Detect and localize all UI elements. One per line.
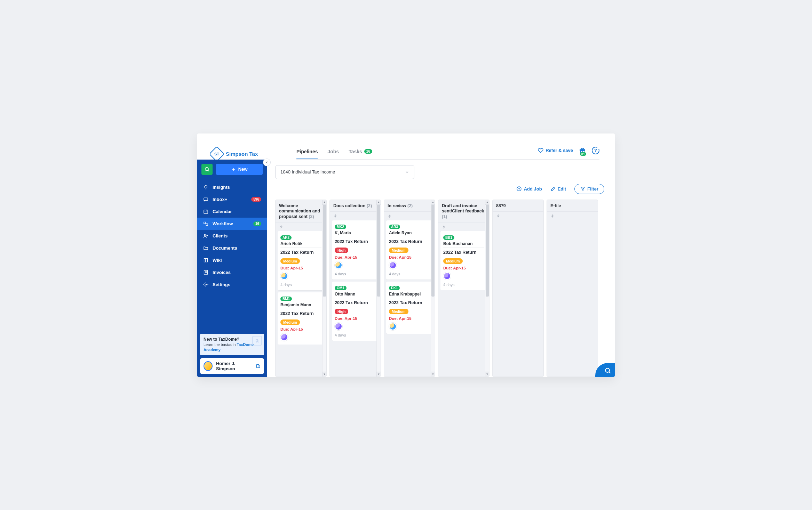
new-button[interactable]: New — [216, 164, 263, 175]
message-icon — [203, 197, 208, 202]
scroll-up[interactable]: ▲ — [485, 200, 489, 205]
brand-name: Simpson Tax — [226, 151, 258, 157]
nav-documents[interactable]: Documents — [197, 242, 267, 254]
priority-badge: High — [335, 309, 348, 314]
assignee-avatar — [389, 261, 397, 269]
card-age: 4 days — [335, 272, 376, 276]
automation-icon[interactable] — [493, 214, 543, 220]
tasks-count-badge: 16 — [364, 149, 372, 154]
nav-settings[interactable]: Settings — [197, 278, 267, 291]
scroll-down[interactable]: ▼ — [376, 372, 381, 377]
card-age: 4 days — [280, 283, 321, 287]
lightbulb-icon — [203, 185, 208, 190]
priority-badge: Medium — [389, 309, 408, 314]
card-age: 4 days — [335, 333, 376, 337]
job-card[interactable]: OM1Otto Mann2022 Tax ReturnHighDue: Apr-… — [332, 282, 379, 341]
svg-point-27 — [605, 368, 610, 372]
scroll-down[interactable]: ▼ — [322, 372, 326, 377]
scroll-down[interactable]: ▼ — [485, 372, 489, 377]
assignee-avatar — [280, 333, 288, 341]
svg-point-3 — [205, 167, 208, 170]
client-tag: AR2 — [280, 235, 292, 240]
scroll-down[interactable]: ▼ — [431, 372, 435, 377]
job-card[interactable]: BM1Benjamin Mann2022 Tax ReturnMediumDue… — [278, 292, 324, 345]
svg-point-21 — [205, 284, 206, 285]
due-date: Due: Apr-15 — [280, 327, 321, 331]
client-tag: MK2 — [335, 225, 346, 229]
nav-inbox[interactable]: Inbox+ 596 — [197, 193, 267, 205]
avatar — [204, 361, 213, 371]
search-icon — [604, 367, 611, 374]
client-name: Adele Ryan — [389, 230, 430, 235]
due-date: Due: Apr-15 — [389, 255, 430, 259]
chevron-left-icon — [265, 161, 269, 164]
column-header: Docs collection (2) — [330, 200, 381, 212]
priority-badge: Medium — [280, 258, 300, 264]
workflow-badge: 16 — [253, 221, 261, 226]
filter-icon — [580, 186, 585, 191]
nav-insights[interactable]: Insights — [197, 181, 267, 193]
help-icon[interactable]: ? — [592, 147, 599, 154]
plus-circle-icon — [516, 186, 522, 192]
add-job-button[interactable]: Add Job — [516, 186, 542, 192]
pipeline-select[interactable]: 1040 Individual Tax Income — [275, 165, 414, 179]
kanban-column: In review (2)▲▼AR3Adele Ryan2022 Tax Ret… — [384, 200, 435, 377]
assignee-avatar — [335, 323, 342, 330]
tab-tasks[interactable]: Tasks 16 — [349, 149, 372, 160]
assignee-avatar — [280, 272, 288, 280]
rewards-icon[interactable]: 81 — [579, 147, 586, 154]
calendar-icon — [203, 209, 208, 214]
collapse-sidebar-button[interactable] — [263, 159, 270, 166]
svg-marker-26 — [581, 187, 585, 190]
client-name: K, Maria — [335, 230, 376, 235]
automation-icon[interactable] — [438, 225, 489, 231]
nav-calendar[interactable]: Calendar — [197, 205, 267, 218]
heart-icon — [538, 148, 543, 153]
tab-jobs[interactable]: Jobs — [327, 149, 339, 160]
column-header: E-file — [547, 200, 598, 212]
scroll-up[interactable]: ▲ — [431, 200, 435, 205]
job-title: 2022 Tax Return — [335, 239, 376, 244]
svg-rect-15 — [206, 224, 208, 225]
search-icon — [204, 167, 210, 172]
client-tag: BB1 — [443, 235, 454, 240]
job-card[interactable]: BB1Bob Buchanan2022 Tax ReturnMediumDue:… — [440, 231, 487, 290]
kanban-column: Draft and invoice sent/Client feedback (… — [438, 200, 489, 377]
due-date: Due: Apr-15 — [335, 316, 376, 321]
nav-clients[interactable]: Clients — [197, 230, 267, 242]
client-name: Otto Mann — [335, 292, 376, 297]
job-title: 2022 Tax Return — [280, 250, 321, 255]
tab-pipelines[interactable]: Pipelines — [296, 149, 318, 160]
svg-rect-22 — [256, 364, 259, 367]
job-title: 2022 Tax Return — [335, 300, 376, 305]
inbox-badge: 596 — [251, 197, 261, 202]
kanban-column: Welcome communication and proposal sent … — [275, 200, 327, 377]
client-name: Arieh Retik — [280, 241, 321, 246]
tabs: Pipelines Jobs Tasks 16 — [296, 149, 372, 160]
client-name: Edna Krabappel — [389, 292, 430, 297]
job-card[interactable]: EK1Edna Krabappel2022 Tax ReturnMediumDu… — [386, 282, 433, 334]
automation-icon[interactable] — [547, 214, 598, 220]
user-card[interactable]: Homer J. Simpson — [200, 358, 264, 374]
folder-icon — [203, 245, 208, 251]
automation-icon[interactable] — [384, 214, 435, 220]
nav-wiki[interactable]: Wiki — [197, 254, 267, 266]
academy-logo-icon: a — [252, 336, 262, 346]
nav-invoices[interactable]: Invoices — [197, 266, 267, 278]
edit-button[interactable]: Edit — [550, 186, 566, 192]
job-card[interactable]: AR2Arieh Retik2022 Tax ReturnMediumDue: … — [278, 231, 324, 290]
priority-badge: Medium — [389, 248, 408, 253]
search-button[interactable] — [201, 164, 213, 175]
academy-promo[interactable]: New to TaxDome? Learn the basics in TaxD… — [200, 334, 264, 355]
gear-icon — [203, 282, 208, 287]
scroll-up[interactable]: ▲ — [322, 200, 326, 205]
filter-button[interactable]: Filter — [574, 184, 604, 194]
refer-and-save[interactable]: Refer & save — [538, 148, 573, 153]
nav-workflow[interactable]: Workflow 16 — [197, 218, 267, 230]
scroll-up[interactable]: ▲ — [376, 200, 381, 205]
automation-icon[interactable] — [330, 214, 381, 220]
automation-icon[interactable] — [276, 225, 326, 231]
job-card[interactable]: AR3Adele Ryan2022 Tax ReturnMediumDue: A… — [386, 220, 433, 280]
due-date: Due: Apr-15 — [335, 255, 376, 259]
job-card[interactable]: MK2K, Maria2022 Tax ReturnHighDue: Apr-1… — [332, 220, 379, 280]
